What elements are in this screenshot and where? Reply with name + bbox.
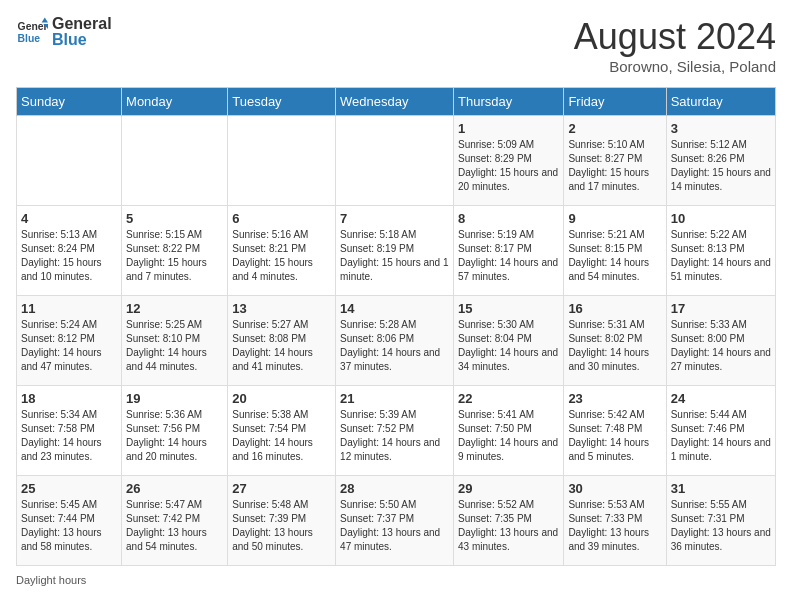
calendar-cell: 23Sunrise: 5:42 AMSunset: 7:48 PMDayligh… [564,386,666,476]
calendar-cell: 3Sunrise: 5:12 AMSunset: 8:26 PMDaylight… [666,116,775,206]
col-friday: Friday [564,88,666,116]
day-detail: Sunrise: 5:53 AMSunset: 7:33 PMDaylight:… [568,498,661,554]
day-detail: Sunrise: 5:19 AMSunset: 8:17 PMDaylight:… [458,228,559,284]
col-tuesday: Tuesday [228,88,336,116]
calendar-cell: 6Sunrise: 5:16 AMSunset: 8:21 PMDaylight… [228,206,336,296]
calendar-cell: 9Sunrise: 5:21 AMSunset: 8:15 PMDaylight… [564,206,666,296]
col-wednesday: Wednesday [336,88,454,116]
day-number: 22 [458,391,559,406]
calendar-cell: 15Sunrise: 5:30 AMSunset: 8:04 PMDayligh… [454,296,564,386]
day-number: 11 [21,301,117,316]
day-number: 21 [340,391,449,406]
day-number: 5 [126,211,223,226]
day-detail: Sunrise: 5:33 AMSunset: 8:00 PMDaylight:… [671,318,771,374]
day-detail: Sunrise: 5:24 AMSunset: 8:12 PMDaylight:… [21,318,117,374]
calendar-cell: 24Sunrise: 5:44 AMSunset: 7:46 PMDayligh… [666,386,775,476]
week-row-3: 11Sunrise: 5:24 AMSunset: 8:12 PMDayligh… [17,296,776,386]
day-detail: Sunrise: 5:52 AMSunset: 7:35 PMDaylight:… [458,498,559,554]
day-detail: Sunrise: 5:41 AMSunset: 7:50 PMDaylight:… [458,408,559,464]
main-title: August 2024 [574,16,776,58]
col-thursday: Thursday [454,88,564,116]
day-detail: Sunrise: 5:44 AMSunset: 7:46 PMDaylight:… [671,408,771,464]
day-number: 6 [232,211,331,226]
subtitle: Borowno, Silesia, Poland [574,58,776,75]
calendar-cell: 11Sunrise: 5:24 AMSunset: 8:12 PMDayligh… [17,296,122,386]
day-number: 26 [126,481,223,496]
calendar-cell: 2Sunrise: 5:10 AMSunset: 8:27 PMDaylight… [564,116,666,206]
day-number: 15 [458,301,559,316]
day-number: 18 [21,391,117,406]
calendar-cell: 25Sunrise: 5:45 AMSunset: 7:44 PMDayligh… [17,476,122,566]
week-row-1: 1Sunrise: 5:09 AMSunset: 8:29 PMDaylight… [17,116,776,206]
calendar-cell: 20Sunrise: 5:38 AMSunset: 7:54 PMDayligh… [228,386,336,476]
day-detail: Sunrise: 5:34 AMSunset: 7:58 PMDaylight:… [21,408,117,464]
day-detail: Sunrise: 5:42 AMSunset: 7:48 PMDaylight:… [568,408,661,464]
day-number: 25 [21,481,117,496]
calendar-cell [122,116,228,206]
day-number: 10 [671,211,771,226]
day-number: 7 [340,211,449,226]
calendar-body: 1Sunrise: 5:09 AMSunset: 8:29 PMDaylight… [17,116,776,566]
day-number: 9 [568,211,661,226]
day-number: 28 [340,481,449,496]
calendar-cell: 29Sunrise: 5:52 AMSunset: 7:35 PMDayligh… [454,476,564,566]
day-number: 31 [671,481,771,496]
svg-marker-2 [42,18,48,23]
day-detail: Sunrise: 5:45 AMSunset: 7:44 PMDaylight:… [21,498,117,554]
calendar-table: Sunday Monday Tuesday Wednesday Thursday… [16,87,776,566]
day-number: 23 [568,391,661,406]
day-number: 3 [671,121,771,136]
logo-blue: Blue [52,31,87,48]
calendar-header-row: Sunday Monday Tuesday Wednesday Thursday… [17,88,776,116]
day-detail: Sunrise: 5:48 AMSunset: 7:39 PMDaylight:… [232,498,331,554]
calendar-cell [228,116,336,206]
svg-text:General: General [18,21,48,32]
day-detail: Sunrise: 5:39 AMSunset: 7:52 PMDaylight:… [340,408,449,464]
col-monday: Monday [122,88,228,116]
svg-text:Blue: Blue [18,33,41,44]
day-number: 14 [340,301,449,316]
calendar-cell: 1Sunrise: 5:09 AMSunset: 8:29 PMDaylight… [454,116,564,206]
day-number: 13 [232,301,331,316]
calendar-cell [336,116,454,206]
daylight-label: Daylight hours [16,574,86,586]
calendar-cell: 8Sunrise: 5:19 AMSunset: 8:17 PMDaylight… [454,206,564,296]
day-number: 29 [458,481,559,496]
calendar-cell: 26Sunrise: 5:47 AMSunset: 7:42 PMDayligh… [122,476,228,566]
page-header: General Blue General Blue August 2024 Bo… [16,16,776,75]
day-detail: Sunrise: 5:55 AMSunset: 7:31 PMDaylight:… [671,498,771,554]
day-detail: Sunrise: 5:10 AMSunset: 8:27 PMDaylight:… [568,138,661,194]
calendar-cell: 10Sunrise: 5:22 AMSunset: 8:13 PMDayligh… [666,206,775,296]
day-number: 12 [126,301,223,316]
calendar-cell: 17Sunrise: 5:33 AMSunset: 8:00 PMDayligh… [666,296,775,386]
calendar-cell: 12Sunrise: 5:25 AMSunset: 8:10 PMDayligh… [122,296,228,386]
calendar-cell: 16Sunrise: 5:31 AMSunset: 8:02 PMDayligh… [564,296,666,386]
day-detail: Sunrise: 5:36 AMSunset: 7:56 PMDaylight:… [126,408,223,464]
footer: Daylight hours [16,574,776,586]
calendar-cell: 30Sunrise: 5:53 AMSunset: 7:33 PMDayligh… [564,476,666,566]
day-number: 27 [232,481,331,496]
logo-general: General [52,15,112,32]
day-number: 17 [671,301,771,316]
calendar-cell: 28Sunrise: 5:50 AMSunset: 7:37 PMDayligh… [336,476,454,566]
col-sunday: Sunday [17,88,122,116]
calendar-cell [17,116,122,206]
calendar-cell: 22Sunrise: 5:41 AMSunset: 7:50 PMDayligh… [454,386,564,476]
day-detail: Sunrise: 5:25 AMSunset: 8:10 PMDaylight:… [126,318,223,374]
day-detail: Sunrise: 5:31 AMSunset: 8:02 PMDaylight:… [568,318,661,374]
day-detail: Sunrise: 5:50 AMSunset: 7:37 PMDaylight:… [340,498,449,554]
day-detail: Sunrise: 5:21 AMSunset: 8:15 PMDaylight:… [568,228,661,284]
calendar-cell: 13Sunrise: 5:27 AMSunset: 8:08 PMDayligh… [228,296,336,386]
week-row-4: 18Sunrise: 5:34 AMSunset: 7:58 PMDayligh… [17,386,776,476]
day-number: 19 [126,391,223,406]
day-detail: Sunrise: 5:27 AMSunset: 8:08 PMDaylight:… [232,318,331,374]
day-detail: Sunrise: 5:30 AMSunset: 8:04 PMDaylight:… [458,318,559,374]
day-number: 30 [568,481,661,496]
day-detail: Sunrise: 5:12 AMSunset: 8:26 PMDaylight:… [671,138,771,194]
day-detail: Sunrise: 5:15 AMSunset: 8:22 PMDaylight:… [126,228,223,284]
day-detail: Sunrise: 5:09 AMSunset: 8:29 PMDaylight:… [458,138,559,194]
calendar-cell: 21Sunrise: 5:39 AMSunset: 7:52 PMDayligh… [336,386,454,476]
logo: General Blue General Blue [16,16,112,48]
calendar-cell: 7Sunrise: 5:18 AMSunset: 8:19 PMDaylight… [336,206,454,296]
day-detail: Sunrise: 5:16 AMSunset: 8:21 PMDaylight:… [232,228,331,284]
